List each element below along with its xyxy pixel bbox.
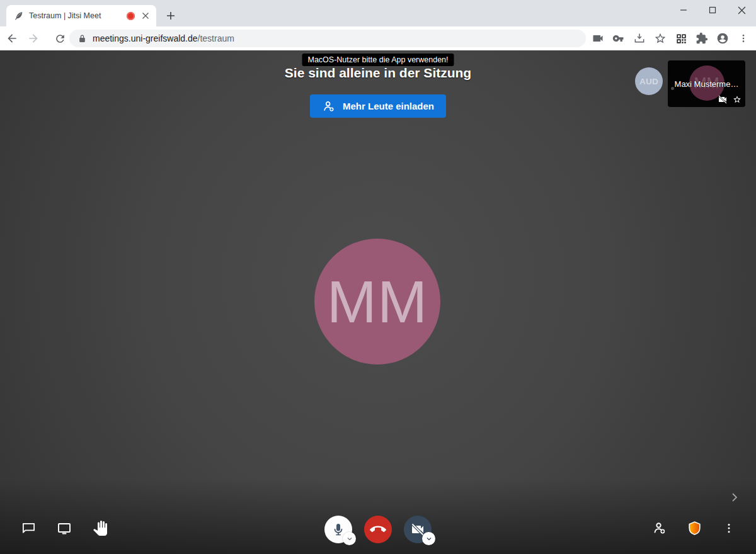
screen-share-button[interactable]: [56, 520, 72, 536]
filmstrip-toggle-button[interactable]: [727, 490, 742, 505]
window-maximize-button[interactable]: [698, 0, 727, 20]
recording-indicator-icon: [127, 12, 135, 20]
jitsi-feather-icon: [14, 11, 24, 21]
camera-options-button[interactable]: [422, 532, 435, 545]
chat-button[interactable]: [20, 520, 37, 536]
browser-window: Testraum | Jitsi Meet: [0, 0, 756, 554]
browser-toolbar: meetings.uni-greifswald.de/testraum: [0, 26, 756, 50]
camera-button[interactable]: [404, 516, 432, 543]
toolbar-right-group: [651, 520, 737, 536]
tab-close-icon[interactable]: [140, 10, 151, 21]
hangup-button[interactable]: [364, 516, 392, 543]
reload-button[interactable]: [50, 29, 69, 48]
microphone-button[interactable]: [324, 516, 352, 543]
bookmark-star-icon[interactable]: [654, 32, 667, 45]
lock-icon[interactable]: [78, 35, 86, 43]
profile-icon[interactable]: [716, 32, 729, 45]
window-minimize-button[interactable]: [669, 0, 698, 20]
window-controls: [669, 0, 756, 20]
participant-name-label: Maxi Musterme…: [668, 79, 745, 89]
invite-more-people-button[interactable]: Mehr Leute einladen: [310, 94, 446, 118]
camera-icon[interactable]: [592, 32, 604, 45]
raise-hand-button[interactable]: [92, 520, 108, 536]
qr-code-icon[interactable]: [675, 32, 687, 45]
url-domain: meetings.uni-greifswald.de: [93, 33, 198, 43]
window-close-button[interactable]: [727, 0, 756, 20]
toolbar-left-group: [20, 520, 108, 536]
chevron-right-icon: [728, 491, 741, 504]
thumbnail-status-icons: [718, 94, 742, 105]
forward-button[interactable]: [24, 29, 43, 48]
more-options-button[interactable]: [721, 520, 737, 536]
invite-participants-button[interactable]: [651, 520, 668, 536]
chat-icon: [21, 521, 36, 536]
security-button[interactable]: [686, 520, 702, 536]
person-add-icon: [652, 521, 667, 536]
install-icon[interactable]: [633, 32, 646, 45]
person-add-icon: [322, 99, 336, 113]
meeting-stage: MacOS-Nutzer bitte die App verwenden! Si…: [0, 50, 756, 554]
audience-badge: AUD: [635, 67, 663, 95]
macos-notification: MacOS-Nutzer bitte die App verwenden!: [302, 54, 454, 66]
more-options-dots-icon: [723, 523, 735, 534]
raise-hand-icon: [93, 521, 108, 536]
url-path: /testraum: [198, 33, 234, 43]
invite-button-label: Mehr Leute einladen: [343, 101, 434, 111]
url-text[interactable]: meetings.uni-greifswald.de/testraum: [93, 33, 234, 43]
key-icon[interactable]: [612, 32, 625, 45]
new-tab-button[interactable]: [163, 8, 179, 24]
tab-title: Testraum | Jitsi Meet: [29, 11, 122, 20]
browser-tab[interactable]: Testraum | Jitsi Meet: [6, 5, 156, 26]
toolbar-center-group: [324, 516, 432, 543]
browser-menu-dots-icon[interactable]: [737, 32, 750, 45]
address-bar[interactable]: meetings.uni-greifswald.de/testraum: [69, 30, 586, 47]
browser-titlebar: Testraum | Jitsi Meet: [0, 0, 756, 26]
star-icon[interactable]: [733, 95, 742, 104]
hangup-icon: [370, 521, 386, 538]
stage-avatar-initials: MM: [327, 272, 428, 332]
microphone-options-button[interactable]: [343, 532, 356, 545]
back-button[interactable]: [3, 29, 21, 48]
video-muted-icon: [718, 94, 728, 105]
shield-icon: [687, 521, 702, 536]
browser-action-icons: [592, 26, 750, 50]
screen-share-icon: [57, 521, 72, 536]
local-participant-thumbnail[interactable]: MM Maxi Musterme…: [668, 60, 745, 107]
extensions-puzzle-icon[interactable]: [696, 32, 708, 45]
stage-avatar: MM: [314, 239, 440, 365]
